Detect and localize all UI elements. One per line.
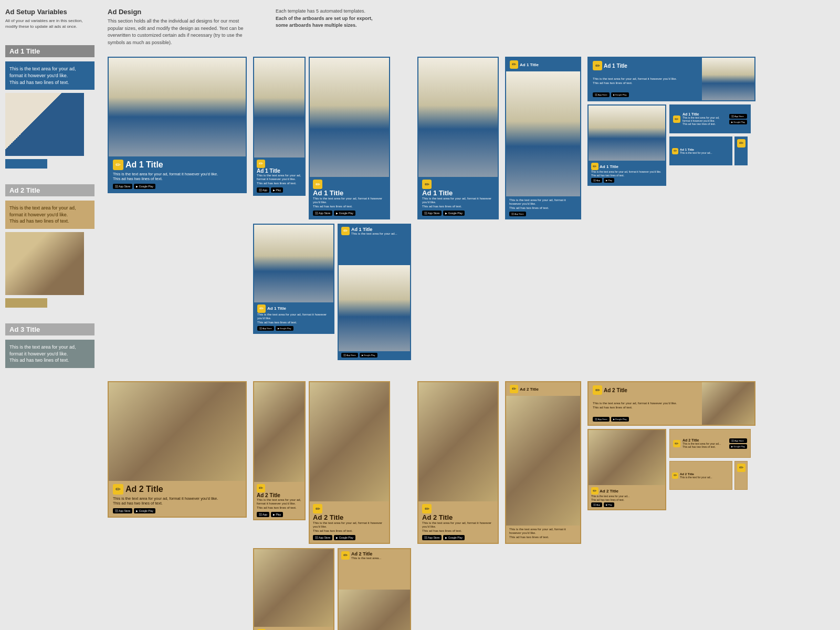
header-row: Ad Design This section holds all the the… xyxy=(108,8,832,46)
ad1-right-port-icon: ✏ xyxy=(510,60,518,69)
ad1-wport-title: Ad 1 Title xyxy=(351,227,397,232)
ad1-artboard-wide-port: ✏ Ad 1 Title This is the text area for y… xyxy=(338,224,411,360)
ad2-wport-image xyxy=(339,590,410,630)
ad2-tiny-text: Ad 2 Title This is the text for your ad.… xyxy=(680,472,712,479)
ad1-med-sq-content: ✏ Ad 1 Title This is the text area for y… xyxy=(589,161,665,185)
ad2-col-group-1: ✏ Ad 2 Title This is the text area for y… xyxy=(253,381,411,630)
ad2-right-port-header: ✏ Ad 2 Title xyxy=(506,382,580,396)
ad1-large-title: Ad 1 Title xyxy=(125,160,163,170)
ad2-portrait-row: ✏ Ad 2 Title This is the text area for y… xyxy=(253,381,411,544)
ad2-icon-only-icon: ✏ xyxy=(737,464,746,472)
ad2-col-group-2: ✏ Ad 2 Title This is the text area for y… xyxy=(417,381,499,544)
ad2-tall-icon: ✏ xyxy=(257,484,265,492)
ad1-section: ✏ Ad 1 Title This is the text area for y… xyxy=(108,57,832,360)
ad2-mid-port-icon: ✏ xyxy=(422,504,432,513)
ad1-mid-port-icon: ✏ xyxy=(422,180,432,189)
ad2-sm-banner-badges: ⬛ App Store ▶ Google Play xyxy=(729,438,747,449)
ad1-bottom-row: ✏ Ad 1 Title This is the text area for y… xyxy=(253,224,411,360)
ad2-artboard-large-square: ✏ Ad 2 Title This is the text area for y… xyxy=(108,381,247,518)
ad1-portrait-icon: ✏ xyxy=(313,180,322,189)
ad2-section: ✏ Ad 2 Title This is the text area for y… xyxy=(108,381,832,630)
ad2-artboard-tall: ✏ Ad 2 Title This is the text area for y… xyxy=(253,381,306,520)
ad2-sm-banner-body: This is the text area for your ad...This… xyxy=(682,442,727,448)
ad-design-title: Ad Design xyxy=(108,8,255,16)
ad2-mid-port-content: ✏ Ad 2 Title This is the text area for y… xyxy=(418,501,498,543)
ad2-tiny-body: This is the text for your ad... xyxy=(680,476,712,479)
ad1-text-block: This is the text area for your ad, forma… xyxy=(5,61,94,90)
ad2-mid-port-body: This is the text area for your ad, forma… xyxy=(422,521,494,533)
ad1-wport-top: ✏ Ad 1 Title This is the text area for y… xyxy=(339,225,410,265)
ad2-banner-image xyxy=(702,382,754,425)
ad2-tiny-row: ✏ Ad 2 Title This is the text for your a… xyxy=(669,461,751,490)
app-store-badge: ⬛ App Store xyxy=(113,184,132,189)
ad1-artboard-portrait: ✏ Ad 1 Title This is the text area for y… xyxy=(309,57,390,219)
ad3-body2: This ad has two lines of text. xyxy=(9,358,69,363)
ad1-tiny-icon: ✏ xyxy=(672,148,678,154)
ad2-sidebar-title: Ad 2 Title xyxy=(5,184,94,196)
ad2-sidebar: Ad 2 Title This is the text area for you… xyxy=(5,184,94,308)
ad1-portrait-content: ✏ Ad 1 Title This is the text area for y… xyxy=(310,177,389,218)
ad2-medsq-icon: ✏ xyxy=(591,487,598,495)
ad1-mid-port-content: ✏ Ad 1 Title This is the text area for y… xyxy=(418,177,498,218)
ad1-right-banners: ✏ Ad 1 Title This is the text area for y… xyxy=(587,57,755,186)
ad2-portrait-icon: ✏ xyxy=(313,504,322,513)
ad2-med-sq-row: ✏ Ad 2 Title This is the text area for y… xyxy=(587,429,755,510)
ad2-medsq-body: This is the text area for your ad...This… xyxy=(591,495,663,501)
ad2-icon-only: ✏ xyxy=(734,461,748,490)
ad2-body: This is the text area for your ad, forma… xyxy=(9,205,76,217)
ad1-large-content: ✏ Ad 1 Title This is the text area for y… xyxy=(109,156,246,193)
ad2-mid-portrait: ✏ Ad 2 Title This is the text area for y… xyxy=(417,381,499,544)
ad1-mid-port-image xyxy=(418,58,498,177)
ad1-sm-banner-title: Ad 1 Title xyxy=(682,112,727,116)
ad-design-body: This section holds all the the individua… xyxy=(108,18,255,46)
ad2-wport-icon: ✏ xyxy=(341,551,350,560)
ad2-wport-title: Ad 2 Title xyxy=(351,551,381,556)
ad1-portrait-body: This is the text area for your ad, forma… xyxy=(313,197,386,209)
header-col-template: Each template has 5 automated templates.… xyxy=(276,8,373,46)
ad2-right-port-image xyxy=(506,396,580,526)
ad2-sm-banner-text: Ad 2 Title This is the text area for you… xyxy=(682,438,727,448)
ad1-sm-banner-text: Ad 1 Title This is the text area for you… xyxy=(682,112,727,125)
ad2-portrait-title: Ad 2 Title xyxy=(313,513,386,521)
ad1-tiny-text: Ad 1 Title This is the text for your ad.… xyxy=(680,148,712,154)
ad1-color-bar xyxy=(5,159,47,169)
ad1-artboard-landscape: ✏ Ad 1 Title This is the text area for y… xyxy=(253,224,334,334)
ad1-banner-wide: ✏ Ad 1 Title This is the text area for y… xyxy=(587,57,755,101)
ad1-small-banner: ✏ Ad 1 Title This is the text area for y… xyxy=(669,104,751,133)
ad3-body: This is the text area for your ad, forma… xyxy=(9,344,76,356)
ad2-large-content: ✏ Ad 2 Title This is the text area for y… xyxy=(109,481,246,517)
ad1-tall-icon: ✏ xyxy=(257,160,265,168)
ad2-banner-icon: ✏ xyxy=(593,385,602,395)
ad2-medsq-content: ✏ Ad 2 Title This is the text area for y… xyxy=(589,485,665,509)
ad1-medsq-body: This is the text area for your ad, forma… xyxy=(591,170,663,177)
ad1-wport-image xyxy=(339,265,410,351)
ad1-tall-title: Ad 1 Title xyxy=(257,168,302,174)
ad2-artboard-landscape: ✏ Ad 2 Title This is the text area for y… xyxy=(253,548,334,630)
ad2-small-banner: ✏ Ad 2 Title This is the text area for y… xyxy=(669,429,751,458)
ad1-tall-badges: ⬛ App ▶ Play xyxy=(257,187,302,193)
ad2-medsq-title: Ad 2 Title xyxy=(600,489,618,494)
ad1-col-group-3: ✏ Ad 1 Title This is the text area for y… xyxy=(505,57,581,219)
ad1-large-body: This is the text area for your ad, forma… xyxy=(113,172,242,182)
ad2-large-title: Ad 2 Title xyxy=(125,485,163,494)
ad3-sidebar-title: Ad 3 Title xyxy=(5,323,94,335)
ad2-tiny-icon: ✏ xyxy=(672,472,678,479)
ad1-col-group-2: ✏ Ad 1 Title This is the text area for y… xyxy=(417,57,499,219)
ad1-landscape-image xyxy=(254,225,333,302)
ad1-body: This is the text area for your ad, forma… xyxy=(9,66,76,78)
ad1-portrait-badges: ⬛ App Store ▶ Google Play xyxy=(313,211,386,216)
setup-title: Ad Setup Variables xyxy=(5,8,94,16)
ad2-banner-left: ✏ Ad 2 Title This is the text area for y… xyxy=(589,382,702,425)
ad1-med-sq-image xyxy=(589,106,665,161)
ad2-large-image xyxy=(109,382,246,481)
ad1-tiny-body: This is the text for your ad... xyxy=(680,151,712,154)
ad2-right-port-icon: ✏ xyxy=(510,385,518,393)
setup-section: Ad Setup Variables All of your ad variab… xyxy=(5,8,94,29)
ad1-mid-port-body: This is the text area for your ad, forma… xyxy=(422,197,494,209)
ad1-tiny-row: ✏ Ad 1 Title This is the text for your a… xyxy=(669,136,751,165)
ad1-wport-badges: ⬛ App Store ▶ Google Play xyxy=(339,351,410,359)
ad1-artboard-right-port: ✏ Ad 1 Title This is the text area for y… xyxy=(505,57,581,219)
ad2-mid-port-title: Ad 2 Title xyxy=(422,513,494,521)
ad2-land-content: ✏ Ad 2 Title This is the text area for y… xyxy=(254,627,333,630)
ad2-bottom-row: ✏ Ad 2 Title This is the text area for y… xyxy=(253,548,411,630)
